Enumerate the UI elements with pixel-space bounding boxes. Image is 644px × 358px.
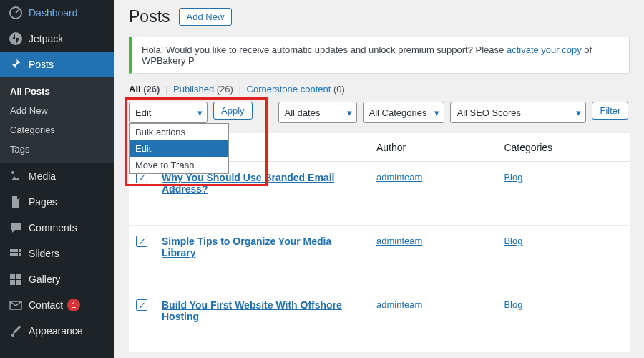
- svg-rect-8: [10, 274, 15, 279]
- posts-submenu: All Posts Add New Categories Tags: [0, 77, 114, 163]
- filter-published[interactable]: Published (26): [173, 84, 233, 95]
- sliders-icon: [9, 246, 23, 261]
- table-row: ✓ Simple Tips to Organize Your Media Lib…: [129, 226, 630, 289]
- dashboard-icon: [9, 6, 23, 20]
- date-filter-value: All dates: [285, 107, 321, 118]
- activate-link[interactable]: activate your copy: [507, 44, 582, 55]
- post-title-link[interactable]: Why You Should Use Branded Email Address…: [162, 172, 334, 195]
- chevron-down-icon: ▾: [197, 107, 203, 118]
- submenu-add-new[interactable]: Add New: [0, 101, 114, 120]
- svg-point-1: [9, 32, 22, 45]
- svg-rect-7: [19, 253, 21, 256]
- sidebar-item-comments[interactable]: Comments: [0, 215, 114, 241]
- col-categories[interactable]: Categories: [497, 133, 630, 162]
- filter-toolbar: Edit ▾ Bulk actions Edit Move to Trash A…: [129, 102, 630, 123]
- sidebar-label: Pages: [29, 196, 57, 208]
- sidebar-label: Posts: [29, 59, 54, 70]
- sidebar-item-dashboard[interactable]: Dashboard: [0, 0, 114, 26]
- notice-text: Hola! Would you like to receive automati…: [142, 44, 507, 55]
- submenu-tags[interactable]: Tags: [0, 140, 114, 159]
- sidebar-label: Dashboard: [29, 7, 78, 19]
- bulk-action-value: Edit: [135, 107, 151, 118]
- svg-rect-9: [16, 274, 21, 279]
- notification-badge: 1: [67, 299, 80, 311]
- media-icon: [9, 169, 23, 183]
- row-checkbox[interactable]: ✓: [136, 236, 147, 247]
- activation-notice: Hola! Would you like to receive automati…: [129, 37, 630, 74]
- filter-cornerstone[interactable]: Cornerstone content (0): [247, 84, 345, 95]
- sidebar-label: Gallery: [29, 274, 60, 285]
- sidebar-item-gallery[interactable]: Gallery: [0, 266, 114, 292]
- category-filter-select[interactable]: All Categories ▾: [363, 102, 445, 123]
- page-icon: [9, 195, 23, 209]
- comment-icon: [9, 221, 23, 235]
- bulk-opt-edit[interactable]: Edit: [130, 140, 228, 157]
- gallery-icon: [9, 272, 23, 286]
- sidebar-item-posts[interactable]: Posts: [0, 52, 114, 77]
- bulk-action-wrap: Edit ▾ Bulk actions Edit Move to Trash: [129, 102, 208, 123]
- author-link[interactable]: adminteam: [376, 172, 422, 183]
- bulk-opt-trash[interactable]: Move to Trash: [130, 157, 228, 173]
- author-link[interactable]: adminteam: [376, 299, 422, 310]
- table-row: ✓ Build You First Website With Offshore …: [129, 289, 630, 353]
- chevron-down-icon: ▾: [576, 107, 581, 118]
- filter-all[interactable]: All (26): [129, 84, 160, 95]
- sidebar-item-contact[interactable]: Contact 1: [0, 292, 114, 318]
- admin-sidebar: Dashboard Jetpack Posts All Posts Add Ne…: [0, 0, 114, 358]
- sidebar-item-jetpack[interactable]: Jetpack: [0, 26, 114, 52]
- pin-icon: [9, 57, 23, 72]
- post-title-link[interactable]: Simple Tips to Organize Your Media Libra…: [162, 236, 331, 258]
- category-link[interactable]: Blog: [504, 172, 522, 183]
- category-filter-value: All Categories: [369, 107, 427, 118]
- post-status-filters: All (26) | Published (26) | Cornerstone …: [129, 84, 630, 95]
- date-filter-select[interactable]: All dates ▾: [278, 102, 357, 123]
- svg-rect-5: [14, 253, 18, 256]
- sidebar-label: Jetpack: [29, 33, 63, 44]
- mail-icon: [9, 298, 23, 312]
- page-title: Posts: [129, 7, 170, 26]
- sidebar-label: Contact: [29, 299, 63, 311]
- post-title-link[interactable]: Build You First Website With Offshore Ho…: [162, 299, 342, 322]
- chevron-down-icon: ▾: [434, 107, 439, 118]
- svg-rect-2: [10, 249, 14, 252]
- seo-filter-value: All SEO Scores: [457, 107, 521, 118]
- jetpack-icon: [9, 32, 23, 46]
- sidebar-label: Sliders: [29, 248, 59, 259]
- svg-rect-4: [10, 253, 14, 256]
- sidebar-item-pages[interactable]: Pages: [0, 189, 114, 215]
- main-content: Posts Add New Hola! Would you like to re…: [114, 0, 644, 358]
- sidebar-item-sliders[interactable]: Sliders: [0, 241, 114, 266]
- category-link[interactable]: Blog: [504, 299, 522, 310]
- sidebar-item-appearance[interactable]: Appearance: [0, 318, 114, 344]
- svg-rect-11: [16, 280, 21, 285]
- chevron-down-icon: ▾: [347, 107, 352, 118]
- add-new-button[interactable]: Add New: [179, 8, 233, 26]
- svg-rect-6: [19, 249, 21, 252]
- sidebar-item-media[interactable]: Media: [0, 163, 114, 189]
- col-author[interactable]: Author: [369, 133, 497, 162]
- sidebar-label: Comments: [29, 222, 77, 233]
- svg-rect-10: [10, 280, 15, 285]
- brush-icon: [9, 324, 23, 338]
- sidebar-label: Media: [29, 170, 56, 182]
- bulk-opt-bulk-actions[interactable]: Bulk actions: [130, 124, 228, 140]
- svg-rect-3: [14, 249, 18, 252]
- bulk-action-select[interactable]: Edit ▾: [129, 102, 208, 123]
- submenu-all-posts[interactable]: All Posts: [0, 82, 114, 101]
- bulk-action-dropdown: Bulk actions Edit Move to Trash: [129, 123, 229, 174]
- seo-filter-select[interactable]: All SEO Scores ▾: [450, 102, 586, 123]
- sidebar-label: Appearance: [29, 325, 83, 337]
- row-checkbox[interactable]: ✓: [136, 299, 147, 311]
- filter-button[interactable]: Filter: [592, 102, 628, 120]
- apply-button[interactable]: Apply: [213, 102, 253, 120]
- category-link[interactable]: Blog: [504, 236, 522, 246]
- submenu-categories[interactable]: Categories: [0, 120, 114, 140]
- author-link[interactable]: adminteam: [376, 236, 422, 246]
